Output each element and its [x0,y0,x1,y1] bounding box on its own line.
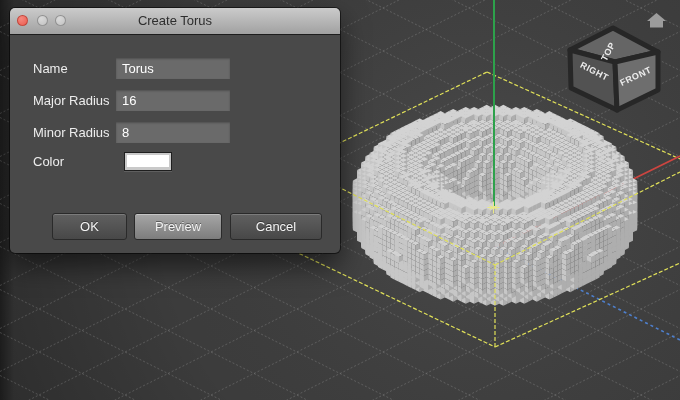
major-radius-input[interactable] [116,90,230,111]
minor-radius-label: Minor Radius [33,122,110,143]
dialog-titlebar[interactable]: Create Torus [10,8,340,35]
major-radius-label: Major Radius [33,90,110,111]
preview-button[interactable]: Preview [134,213,222,240]
cancel-button[interactable]: Cancel [230,213,322,240]
color-swatch[interactable] [124,152,172,171]
color-label: Color [33,151,64,172]
dialog-title: Create Torus [10,8,340,34]
home-icon[interactable] [647,13,666,28]
create-torus-dialog: Create Torus Name Major Radius Minor Rad… [10,8,340,253]
name-input[interactable] [116,58,230,79]
minor-radius-input[interactable] [116,122,230,143]
color-swatch-fill [127,155,169,167]
ok-button[interactable]: OK [52,213,127,240]
name-label: Name [33,58,68,79]
voxel-editor-window: TOP RIGHT FRONT Create Torus Name Major … [0,0,680,400]
